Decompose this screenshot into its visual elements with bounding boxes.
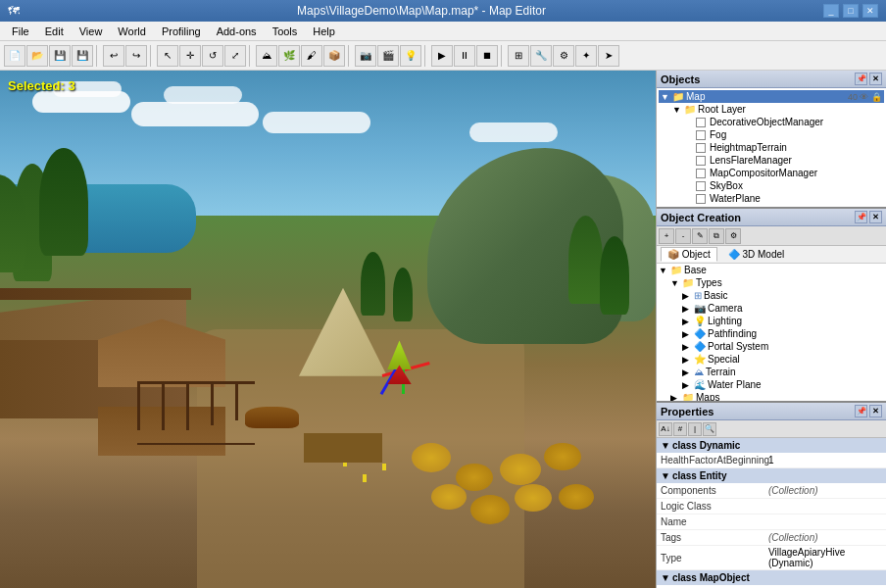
tree-item-camera[interactable]: ▶ 📷 Camera <box>680 302 886 315</box>
flower2 <box>363 474 367 482</box>
tree-item-mapcomp[interactable]: MapCompositorManager <box>682 167 884 179</box>
tree-item-lens[interactable]: LensFlareManager <box>682 154 884 167</box>
prop-filter[interactable]: | <box>688 422 702 436</box>
tree-item-special[interactable]: ▶ ⭐ Special <box>680 353 886 366</box>
properties-panel-pin[interactable]: 📌 <box>855 405 867 417</box>
maximize-button[interactable]: □ <box>843 4 859 18</box>
section-dynamic[interactable]: ▼ class Dynamic <box>657 438 886 453</box>
toolbar-save[interactable]: 💾 <box>49 45 71 67</box>
prop-val-type[interactable]: VillageApiaryHive (Dynamic) <box>768 547 882 568</box>
prop-sort-cat[interactable]: # <box>673 422 687 436</box>
prop-name-logic: Logic Class <box>661 501 768 512</box>
creation-btn-del[interactable]: - <box>675 228 691 244</box>
tree-item-skybox[interactable]: SkyBox <box>682 179 884 192</box>
folder-base: 📁 <box>670 265 682 275</box>
creation-panel-pin[interactable]: 📌 <box>855 211 867 223</box>
toolbar-undo[interactable]: ↩ <box>103 45 124 67</box>
tree-item-map[interactable]: ▼ 📁 Map 40 👁 🔒 <box>659 90 884 103</box>
tree-item-waterplane[interactable]: WaterPlane <box>682 192 884 205</box>
toolbar-pause[interactable]: ⏸ <box>454 45 475 67</box>
icon-camera: 📷 <box>694 303 706 314</box>
prop-search[interactable]: 🔍 <box>703 422 716 436</box>
window-icon: 🗺 <box>8 4 20 18</box>
toolbar-grid[interactable]: ⊞ <box>508 45 529 67</box>
tree-toggle-map[interactable]: ▼ <box>661 92 670 102</box>
minimize-button[interactable]: _ <box>823 4 839 18</box>
tree-item-maps[interactable]: ▶ 📁 Maps <box>668 391 886 401</box>
tree-item-types[interactable]: ▼ 📁 Types <box>668 276 886 289</box>
toolbar-select[interactable]: ↖ <box>157 45 178 67</box>
toggle-maps[interactable]: ▶ <box>670 393 680 402</box>
menu-edit[interactable]: Edit <box>37 22 72 40</box>
toolbar-move[interactable]: ✛ <box>179 45 201 67</box>
menu-world[interactable]: World <box>110 22 154 40</box>
icon-special: ⭐ <box>694 354 706 365</box>
section-entity[interactable]: ▼ class Entity <box>657 468 886 483</box>
prop-val-comp[interactable]: (Collection) <box>768 485 882 496</box>
tree-item-fog[interactable]: Fog <box>682 128 884 141</box>
tree-item-base[interactable]: ▼ 📁 Base <box>657 264 886 276</box>
properties-panel-close[interactable]: ✕ <box>869 405 882 417</box>
toolbar-cam2[interactable]: 🎬 <box>377 45 399 67</box>
creation-btn-add[interactable]: + <box>659 228 674 244</box>
toolbar-stop[interactable]: ⏹ <box>476 45 498 67</box>
tree-item-basic[interactable]: ▶ ⊞ Basic <box>680 289 886 302</box>
creation-panel-close[interactable]: ✕ <box>869 211 882 223</box>
model-icon-tab: 🔷 <box>728 249 743 260</box>
toolbar-foliage[interactable]: 🌿 <box>278 45 300 67</box>
label-base: Base <box>684 265 707 275</box>
section-mapobj[interactable]: ▼ class MapObject <box>657 570 886 585</box>
toolbar-new[interactable]: 📄 <box>4 45 25 67</box>
sep3 <box>249 45 253 67</box>
close-button[interactable]: ✕ <box>862 4 878 18</box>
prop-name-health: HealthFactorAtBeginning <box>661 455 768 466</box>
tree-item-portalsys[interactable]: ▶ 🔷 Portal System <box>680 340 886 353</box>
toolbar-play[interactable]: ▶ <box>431 45 453 67</box>
menu-help[interactable]: Help <box>305 22 343 40</box>
tree-toggle-rl[interactable]: ▼ <box>672 105 682 115</box>
viewport[interactable]: Selected: 3 <box>0 71 656 588</box>
prop-val-tags[interactable]: (Collection) <box>768 532 882 543</box>
window-title: Maps\VillageDemo\Map\Map.map* - Map Edit… <box>297 4 546 18</box>
toolbar-open[interactable]: 📂 <box>26 45 48 67</box>
creation-btn-copy[interactable]: ⧉ <box>709 228 724 244</box>
toolbar-light[interactable]: 💡 <box>400 45 421 67</box>
right-panels: Objects 📌 ✕ ▼ 📁 Map 40 👁 🔒 <box>656 71 886 588</box>
toolbar-redo[interactable]: ↪ <box>125 45 147 67</box>
menu-file[interactable]: File <box>4 22 37 40</box>
toolbar-misc3[interactable]: ➤ <box>598 45 619 67</box>
toggle-types[interactable]: ▼ <box>670 278 680 288</box>
toolbar-snap[interactable]: 🔧 <box>530 45 552 67</box>
toolbar-rotate[interactable]: ↺ <box>202 45 223 67</box>
tab-object[interactable]: 📦 Object <box>661 247 717 262</box>
prop-sort-alpha[interactable]: A↓ <box>659 422 672 436</box>
tree-item-pathfinding[interactable]: ▶ 🔷 Pathfinding <box>680 327 886 340</box>
prop-val-health[interactable]: 1 <box>768 455 882 466</box>
toolbar-save-all[interactable]: 💾 <box>72 45 93 67</box>
toggle-base[interactable]: ▼ <box>659 266 668 275</box>
tree-item-decobj[interactable]: DecorativeObjectManager <box>682 116 884 128</box>
tree-item-waterplane2[interactable]: ▶ 🌊 Water Plane <box>680 378 886 391</box>
selected-indicator: Selected: 3 <box>8 78 75 93</box>
tree-item-rootlayer[interactable]: ▼ 📁 Root Layer <box>670 103 884 116</box>
menu-tools[interactable]: Tools <box>265 22 306 40</box>
toolbar-objects[interactable]: 📦 <box>323 45 345 67</box>
toolbar-terrain[interactable]: ⛰ <box>256 45 277 67</box>
creation-btn-edit[interactable]: ✎ <box>692 228 708 244</box>
menu-view[interactable]: View <box>72 22 111 40</box>
toolbar-misc1[interactable]: ⚙ <box>553 45 574 67</box>
tree-item-terrain[interactable]: HeightmapTerrain <box>682 141 884 154</box>
tree-item-lighting[interactable]: ▶ 💡 Lighting <box>680 315 886 327</box>
tab-3dmodel[interactable]: 🔷 3D Model <box>721 247 792 262</box>
tree-label-rl: Root Layer <box>698 104 746 115</box>
tree-item-terrain2[interactable]: ▶ ⛰ Terrain <box>680 366 886 378</box>
toolbar-paint[interactable]: 🖌 <box>301 45 322 67</box>
toolbar-misc2[interactable]: ✦ <box>575 45 597 67</box>
toolbar-scale[interactable]: ⤢ <box>224 45 246 67</box>
toolbar-cam1[interactable]: 📷 <box>355 45 376 67</box>
objects-panel-pin[interactable]: 📌 <box>855 73 867 85</box>
objects-panel-close[interactable]: ✕ <box>869 73 882 85</box>
menu-profiling[interactable]: Profiling <box>154 22 209 40</box>
menu-addons[interactable]: Add-ons <box>209 22 265 40</box>
creation-btn-misc[interactable]: ⚙ <box>725 228 741 244</box>
